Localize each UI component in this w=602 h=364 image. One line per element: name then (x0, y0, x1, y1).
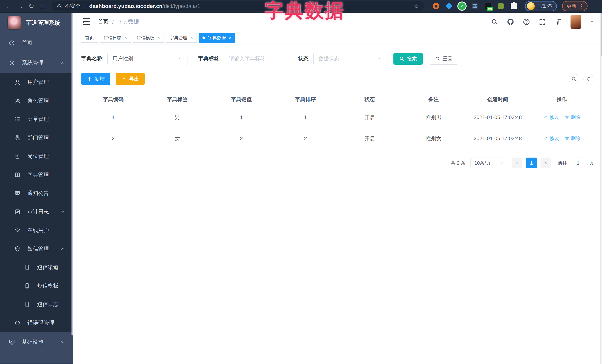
users-icon (14, 98, 21, 104)
delete-link[interactable]: 删除 (565, 135, 580, 142)
cell-remark: 性别男 (402, 114, 466, 121)
browser-forward-button[interactable]: → (15, 1, 25, 11)
col-header: 状态 (337, 96, 402, 103)
extension-orange-ring-icon[interactable] (432, 2, 440, 10)
col-header: 备注 (402, 96, 466, 103)
refresh-icon (435, 56, 440, 61)
browser-back-button[interactable]: ← (4, 1, 14, 11)
add-button[interactable]: 新增 (81, 73, 110, 85)
address-bar[interactable]: 不安全 | dashboard.yudao.iocoder.cn/dict/ty… (52, 1, 424, 11)
user-avatar[interactable] (570, 15, 581, 29)
sidebar-item-infrastructure[interactable]: 基础设施 (0, 332, 73, 352)
search-icon (571, 76, 576, 82)
sidebar-item-sms-management[interactable]: 短信管理 (0, 239, 73, 258)
prev-page-button[interactable]: ‹ (512, 157, 522, 168)
chevron-down-icon (60, 340, 65, 344)
help-icon[interactable] (523, 18, 530, 26)
extension-on-badge-icon[interactable]: on (484, 2, 492, 10)
browser-home-button[interactable]: ⌂ (37, 1, 47, 11)
security-label[interactable]: 不安全 (65, 3, 80, 10)
extension-settings-slider-icon[interactable] (471, 2, 479, 10)
sidebar-item-dept-management[interactable]: 部门管理 (0, 128, 73, 147)
edit-link[interactable]: 修改 (543, 114, 559, 121)
dict-name-select[interactable]: 用户性别 (108, 52, 187, 65)
avatar-caret-down-icon[interactable] (590, 20, 594, 24)
tab-dict-data-active[interactable]: 字典数据× (199, 33, 235, 42)
breadcrumb-home-link[interactable]: 首页 (98, 18, 108, 26)
main-area: 首页 / 字典数据 首页 短信日志× 短信模板× 字典管理× 字典数据× (73, 13, 602, 364)
sidebar-item-notice[interactable]: 通知公告 (0, 184, 73, 203)
tab-sms-log[interactable]: 短信日志× (100, 33, 131, 42)
sidebar-item-home[interactable]: 首页 (0, 33, 73, 53)
monitor-icon (9, 339, 15, 345)
dict-label-input[interactable]: 请输入字典标签 (224, 52, 286, 65)
browser-reload-button[interactable]: ↻ (26, 1, 36, 11)
app-title: 芋道管理系统 (26, 19, 60, 27)
sidebar-item-user-management[interactable]: 用户管理 (0, 73, 73, 92)
tabs-bar: 首页 短信日志× 短信模板× 字典管理× 字典数据× (73, 31, 602, 44)
bookmark-star-icon[interactable]: ☆ (413, 2, 419, 10)
close-icon[interactable]: × (157, 35, 160, 40)
next-page-button[interactable]: › (540, 157, 551, 168)
close-icon[interactable]: × (190, 35, 193, 40)
browser-profile-chip[interactable]: 已暂停 (525, 1, 557, 11)
sidebar-item-error-code[interactable]: 错误码管理 (0, 314, 73, 332)
sidebar-item-sms-log[interactable]: 短信日志 (0, 295, 73, 314)
sidebar-item-role-management[interactable]: 角色管理 (0, 92, 73, 110)
export-button[interactable]: 导出 (116, 73, 145, 85)
reset-button[interactable]: 重置 (429, 53, 458, 65)
table-toolbar: 新增 导出 (81, 73, 594, 85)
fullscreen-icon[interactable] (539, 18, 546, 26)
app-shell: 芋道管理系统 首页 系统管理 用户管理 角色管理 (0, 13, 602, 364)
sidebar-item-online-users[interactable]: 在线用户 (0, 221, 73, 239)
cell-code: 2 (81, 135, 145, 141)
header-search-icon[interactable] (491, 18, 498, 26)
profile-emoji-avatar (527, 2, 535, 10)
goto-page-input[interactable] (571, 157, 585, 168)
col-header: 字典标签 (145, 96, 209, 103)
search-button[interactable]: 搜索 (393, 53, 423, 65)
sidebar-item-sms-channel[interactable]: 短信渠道 (0, 258, 73, 277)
close-icon[interactable]: × (229, 35, 231, 40)
sidebar-scrollbar[interactable] (72, 13, 73, 335)
cell-label: 男 (145, 114, 209, 121)
page-url[interactable]: dashboard.yudao.iocoder.cn/dict/type/dat… (89, 3, 200, 9)
github-icon[interactable] (507, 18, 514, 26)
tab-dict-management[interactable]: 字典管理× (166, 33, 197, 42)
page-scrollbar[interactable] (600, 13, 602, 364)
status-select[interactable]: 数据状态 (313, 52, 386, 65)
col-header: 字典键值 (209, 96, 273, 103)
font-size-icon[interactable] (555, 18, 562, 26)
close-icon[interactable]: × (124, 35, 127, 40)
url-domain: dashboard.yudao.iocoder.cn (89, 3, 162, 9)
extension-green-leaf-icon[interactable] (497, 2, 505, 10)
breadcrumb-separator: / (112, 19, 114, 25)
extension-blue-gem-icon[interactable] (445, 2, 453, 10)
browser-menu-dots-icon[interactable]: ⋮ (579, 3, 584, 9)
shield-check-icon (14, 246, 21, 252)
tab-sms-template[interactable]: 短信模板× (133, 33, 164, 42)
sidebar-item-audit-log[interactable]: 审计日志 (0, 203, 73, 221)
sidebar-item-post-management[interactable]: 岗位管理 (0, 147, 73, 166)
browser-bar: ← → ↻ ⌂ 不安全 | dashboard.yudao.iocoder.cn… (0, 0, 602, 13)
sidebar-item-menu-management[interactable]: 菜单管理 (0, 110, 73, 128)
toggle-search-button[interactable] (569, 74, 579, 84)
phone-icon (24, 264, 30, 270)
extension-puzzle-icon[interactable] (510, 2, 517, 10)
sidebar-item-system-management[interactable]: 系统管理 (0, 53, 73, 73)
refresh-icon (586, 76, 591, 82)
extension-green-check-icon[interactable]: ✓ (458, 2, 466, 10)
sidebar-item-sms-template[interactable]: 短信模板 (0, 277, 73, 295)
content: 字典名称 用户性别 字典标签 请输入字典标签 状态 数据状态 (73, 44, 602, 168)
col-header: 操作 (530, 96, 594, 103)
edit-link[interactable]: 修改 (543, 135, 559, 142)
sidebar-item-dict-management[interactable]: 字典管理 (0, 166, 73, 184)
refresh-table-button[interactable] (583, 74, 594, 84)
tab-home[interactable]: 首页 (81, 33, 98, 42)
code-icon (14, 320, 21, 326)
browser-update-button[interactable]: 更新 ⋮ (562, 1, 588, 11)
delete-link[interactable]: 删除 (565, 114, 580, 121)
sidebar-collapse-icon[interactable] (81, 18, 90, 26)
page-1-button[interactable]: 1 (526, 157, 537, 168)
page-size-select[interactable]: 10条/页 (471, 157, 508, 168)
